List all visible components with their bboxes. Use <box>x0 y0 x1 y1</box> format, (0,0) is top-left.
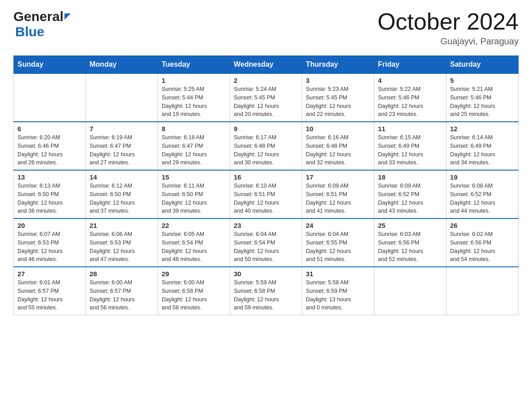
week-row-4: 20Sunrise: 6:07 AM Sunset: 6:53 PM Dayli… <box>14 218 519 267</box>
day-cell: 15Sunrise: 6:11 AM Sunset: 6:50 PM Dayli… <box>158 170 230 218</box>
day-number: 24 <box>306 222 370 229</box>
day-info: Sunrise: 6:09 AM Sunset: 6:51 PM Dayligh… <box>306 182 370 215</box>
logo-arrow-icon <box>64 13 71 20</box>
day-number: 30 <box>234 270 298 278</box>
day-cell: 23Sunrise: 6:04 AM Sunset: 6:54 PM Dayli… <box>230 218 302 267</box>
header-monday: Monday <box>86 56 158 74</box>
day-number: 21 <box>90 222 154 229</box>
week-row-2: 6Sunrise: 6:20 AM Sunset: 6:46 PM Daylig… <box>14 122 519 170</box>
day-info: Sunrise: 6:08 AM Sunset: 6:52 PM Dayligh… <box>450 182 515 215</box>
header-wednesday: Wednesday <box>230 56 302 74</box>
day-cell: 12Sunrise: 6:14 AM Sunset: 6:49 PM Dayli… <box>446 122 519 170</box>
day-number: 15 <box>162 173 226 181</box>
month-title: October 2024 <box>378 9 519 34</box>
day-number: 1 <box>162 77 226 84</box>
week-row-5: 27Sunrise: 6:01 AM Sunset: 6:57 PM Dayli… <box>14 267 519 315</box>
day-info: Sunrise: 6:17 AM Sunset: 6:48 PM Dayligh… <box>234 133 298 167</box>
day-cell <box>446 267 519 315</box>
header-saturday: Saturday <box>446 56 519 74</box>
day-info: Sunrise: 6:05 AM Sunset: 6:54 PM Dayligh… <box>162 230 226 264</box>
day-info: Sunrise: 5:21 AM Sunset: 5:46 PM Dayligh… <box>450 85 515 119</box>
day-number: 13 <box>17 173 82 181</box>
day-cell <box>86 73 158 122</box>
day-info: Sunrise: 6:09 AM Sunset: 6:52 PM Dayligh… <box>378 182 442 215</box>
day-cell: 27Sunrise: 6:01 AM Sunset: 6:57 PM Dayli… <box>14 267 86 315</box>
day-cell <box>374 267 446 315</box>
day-cell: 22Sunrise: 6:05 AM Sunset: 6:54 PM Dayli… <box>158 218 230 267</box>
day-number: 20 <box>17 222 82 229</box>
day-info: Sunrise: 6:06 AM Sunset: 6:53 PM Dayligh… <box>90 230 154 264</box>
day-info: Sunrise: 6:12 AM Sunset: 6:50 PM Dayligh… <box>90 182 154 215</box>
day-cell <box>14 73 86 122</box>
day-number: 26 <box>450 222 515 229</box>
day-number: 22 <box>162 222 226 229</box>
page-header: General Blue October 2024 Guajayvi, Para… <box>13 9 519 47</box>
day-cell: 20Sunrise: 6:07 AM Sunset: 6:53 PM Dayli… <box>14 218 86 267</box>
day-number: 16 <box>234 173 298 181</box>
day-info: Sunrise: 6:00 AM Sunset: 6:57 PM Dayligh… <box>90 278 154 312</box>
header-thursday: Thursday <box>302 56 374 74</box>
day-cell: 28Sunrise: 6:00 AM Sunset: 6:57 PM Dayli… <box>86 267 158 315</box>
day-info: Sunrise: 6:13 AM Sunset: 6:50 PM Dayligh… <box>17 182 82 215</box>
day-number: 4 <box>378 77 442 84</box>
day-cell: 3Sunrise: 5:23 AM Sunset: 5:45 PM Daylig… <box>302 73 374 122</box>
day-cell: 17Sunrise: 6:09 AM Sunset: 6:51 PM Dayli… <box>302 170 374 218</box>
day-number: 7 <box>90 125 154 133</box>
day-cell: 6Sunrise: 6:20 AM Sunset: 6:46 PM Daylig… <box>14 122 86 170</box>
header-friday: Friday <box>374 56 446 74</box>
logo-general-text: General <box>13 9 64 24</box>
day-cell: 30Sunrise: 5:59 AM Sunset: 6:58 PM Dayli… <box>230 267 302 315</box>
day-number: 2 <box>234 77 298 84</box>
day-number: 19 <box>450 173 515 181</box>
day-number: 28 <box>90 270 154 278</box>
day-number: 9 <box>234 125 298 133</box>
day-number: 25 <box>378 222 442 229</box>
day-cell: 5Sunrise: 5:21 AM Sunset: 5:46 PM Daylig… <box>446 73 519 122</box>
day-info: Sunrise: 6:10 AM Sunset: 6:51 PM Dayligh… <box>234 182 298 215</box>
day-number: 8 <box>162 125 226 133</box>
day-number: 14 <box>90 173 154 181</box>
day-number: 5 <box>450 77 515 84</box>
day-number: 23 <box>234 222 298 229</box>
day-number: 18 <box>378 173 442 181</box>
day-cell: 24Sunrise: 6:04 AM Sunset: 6:55 PM Dayli… <box>302 218 374 267</box>
day-info: Sunrise: 6:07 AM Sunset: 6:53 PM Dayligh… <box>17 230 82 264</box>
day-cell: 9Sunrise: 6:17 AM Sunset: 6:48 PM Daylig… <box>230 122 302 170</box>
day-cell: 31Sunrise: 5:58 AM Sunset: 6:59 PM Dayli… <box>302 267 374 315</box>
day-info: Sunrise: 6:14 AM Sunset: 6:49 PM Dayligh… <box>450 133 515 167</box>
day-cell: 8Sunrise: 6:18 AM Sunset: 6:47 PM Daylig… <box>158 122 230 170</box>
day-cell: 10Sunrise: 6:16 AM Sunset: 6:48 PM Dayli… <box>302 122 374 170</box>
day-info: Sunrise: 6:01 AM Sunset: 6:57 PM Dayligh… <box>17 278 82 312</box>
day-cell: 29Sunrise: 6:00 AM Sunset: 6:58 PM Dayli… <box>158 267 230 315</box>
week-row-1: 1Sunrise: 5:25 AM Sunset: 5:44 PM Daylig… <box>14 73 519 122</box>
day-cell: 26Sunrise: 6:02 AM Sunset: 6:56 PM Dayli… <box>446 218 519 267</box>
day-cell: 14Sunrise: 6:12 AM Sunset: 6:50 PM Dayli… <box>86 170 158 218</box>
day-cell: 13Sunrise: 6:13 AM Sunset: 6:50 PM Dayli… <box>14 170 86 218</box>
week-row-3: 13Sunrise: 6:13 AM Sunset: 6:50 PM Dayli… <box>14 170 519 218</box>
day-cell: 4Sunrise: 5:22 AM Sunset: 5:46 PM Daylig… <box>374 73 446 122</box>
day-number: 29 <box>162 270 226 278</box>
title-section: October 2024 Guajayvi, Paraguay <box>378 9 519 47</box>
day-cell: 16Sunrise: 6:10 AM Sunset: 6:51 PM Dayli… <box>230 170 302 218</box>
day-cell: 2Sunrise: 5:24 AM Sunset: 5:45 PM Daylig… <box>230 73 302 122</box>
day-number: 12 <box>450 125 515 133</box>
day-cell: 25Sunrise: 6:03 AM Sunset: 6:56 PM Dayli… <box>374 218 446 267</box>
calendar-table: Sunday Monday Tuesday Wednesday Thursday… <box>13 56 519 315</box>
day-cell: 11Sunrise: 6:15 AM Sunset: 6:49 PM Dayli… <box>374 122 446 170</box>
logo-blue-text: Blue <box>15 24 44 39</box>
day-number: 17 <box>306 173 370 181</box>
location: Guajayvi, Paraguay <box>378 36 519 47</box>
day-info: Sunrise: 6:00 AM Sunset: 6:58 PM Dayligh… <box>162 278 226 312</box>
day-info: Sunrise: 6:19 AM Sunset: 6:47 PM Dayligh… <box>90 133 154 167</box>
day-number: 31 <box>306 270 370 278</box>
logo: General Blue <box>13 9 71 39</box>
day-number: 11 <box>378 125 442 133</box>
day-info: Sunrise: 5:25 AM Sunset: 5:44 PM Dayligh… <box>162 85 226 119</box>
day-info: Sunrise: 6:04 AM Sunset: 6:55 PM Dayligh… <box>306 230 370 264</box>
day-cell: 7Sunrise: 6:19 AM Sunset: 6:47 PM Daylig… <box>86 122 158 170</box>
day-info: Sunrise: 5:24 AM Sunset: 5:45 PM Dayligh… <box>234 85 298 119</box>
day-number: 27 <box>17 270 82 278</box>
day-info: Sunrise: 6:02 AM Sunset: 6:56 PM Dayligh… <box>450 230 515 264</box>
day-info: Sunrise: 6:11 AM Sunset: 6:50 PM Dayligh… <box>162 182 226 215</box>
day-info: Sunrise: 6:16 AM Sunset: 6:48 PM Dayligh… <box>306 133 370 167</box>
